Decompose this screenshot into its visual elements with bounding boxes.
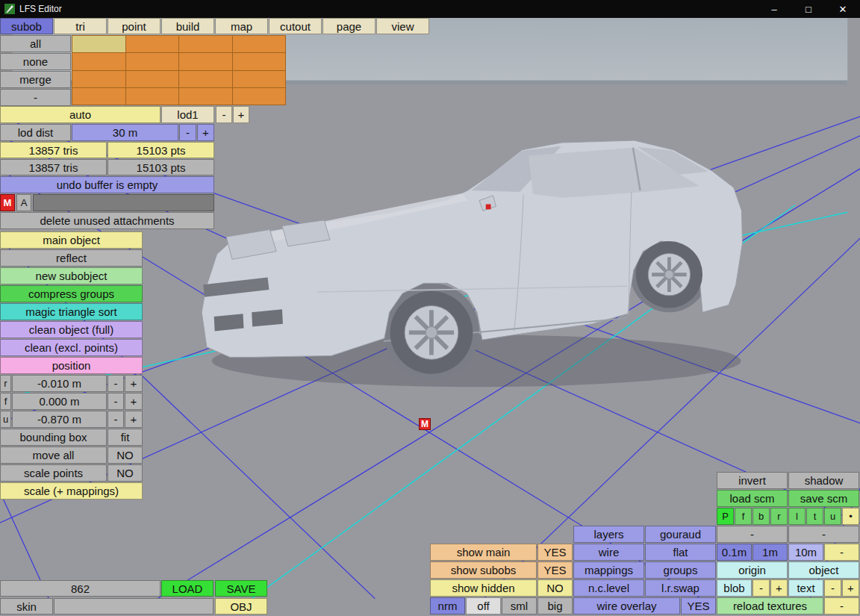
load-scm-button[interactable]: load scm: [717, 490, 788, 507]
lod-plus-button[interactable]: +: [233, 106, 249, 123]
bounding-box-button[interactable]: bounding box: [0, 429, 107, 446]
view-toggle-b[interactable]: b: [752, 508, 770, 525]
scale-points-button[interactable]: scale points: [0, 464, 107, 482]
move-all-toggle[interactable]: NO: [108, 447, 143, 464]
position-f-plus-button[interactable]: +: [125, 393, 143, 410]
skin-name-field[interactable]: [54, 598, 214, 615]
origin-button[interactable]: origin: [717, 561, 788, 579]
view-toggle-f[interactable]: f: [735, 508, 752, 525]
group-grid-cell[interactable]: [126, 88, 179, 105]
position-r-plus-button[interactable]: +: [125, 375, 143, 392]
group-grid-cell[interactable]: [72, 36, 125, 52]
blob-button[interactable]: blob: [717, 579, 752, 597]
fit-button[interactable]: fit: [108, 429, 143, 446]
group-grid-cell[interactable]: [126, 36, 179, 52]
tab-view[interactable]: view: [376, 18, 429, 34]
show-hidden-toggle[interactable]: NO: [538, 579, 573, 597]
select-merge-button[interactable]: merge: [0, 71, 71, 88]
new-subobject-button[interactable]: new subobject: [0, 267, 143, 284]
save-scm-button[interactable]: save scm: [788, 490, 859, 507]
grid-1m-button[interactable]: 1m: [752, 544, 788, 561]
show-subobs-toggle[interactable]: YES: [538, 561, 573, 579]
nrm-sml-button[interactable]: sml: [502, 597, 537, 615]
group-grid-cell[interactable]: [179, 71, 232, 87]
nrm-off-button[interactable]: off: [466, 597, 501, 615]
tab-map[interactable]: map: [215, 18, 268, 34]
show-subobs-button[interactable]: show subobs: [430, 561, 537, 579]
position-u-minus-button[interactable]: -: [108, 411, 124, 428]
wire-overlay-toggle[interactable]: YES: [681, 597, 716, 615]
obj-button[interactable]: OBJ: [215, 598, 267, 615]
lod-dist-plus-button[interactable]: +: [197, 124, 214, 141]
group-grid-cell[interactable]: [179, 53, 232, 69]
lod-minus-button[interactable]: -: [216, 106, 232, 123]
object-button[interactable]: object: [788, 561, 859, 579]
save-button[interactable]: SAVE: [215, 580, 267, 597]
select-dash-button[interactable]: -: [0, 89, 71, 106]
tab-subob[interactable]: subob: [0, 18, 53, 34]
group-grid-cell[interactable]: [233, 71, 286, 87]
group-grid-cell[interactable]: [72, 53, 125, 69]
view-toggle-dot[interactable]: •: [842, 508, 859, 525]
lod-select-button[interactable]: lod1: [161, 106, 214, 123]
group-grid-cell[interactable]: [72, 88, 125, 105]
tab-point[interactable]: point: [108, 18, 161, 34]
attachment-a-toggle[interactable]: A: [16, 194, 31, 211]
main-object-button[interactable]: main object: [0, 231, 143, 249]
lod-dist-value[interactable]: 30 m: [72, 124, 178, 141]
invert-button[interactable]: invert: [717, 472, 788, 489]
attachment-marker[interactable]: M: [419, 418, 431, 430]
auto-button[interactable]: auto: [0, 106, 161, 123]
skin-button[interactable]: skin: [0, 598, 53, 615]
load-button[interactable]: LOAD: [161, 580, 214, 597]
window-close-button[interactable]: ✕: [826, 0, 860, 18]
lod-dist-minus-button[interactable]: -: [179, 124, 196, 141]
magic-triangle-sort-button[interactable]: magic triangle sort: [0, 303, 143, 320]
group-grid-cell[interactable]: [233, 36, 286, 52]
blob-minus-button[interactable]: -: [752, 579, 770, 597]
flat-button[interactable]: flat: [645, 544, 716, 561]
group-grid-cell[interactable]: [126, 71, 179, 87]
attachment-m-toggle[interactable]: M: [0, 194, 15, 211]
tab-tri[interactable]: tri: [54, 18, 107, 34]
clean-object-full-button[interactable]: clean object (full): [0, 321, 143, 338]
group-grid-cell[interactable]: [179, 88, 232, 105]
select-none-button[interactable]: none: [0, 53, 71, 70]
wire-button[interactable]: wire: [573, 544, 644, 561]
tab-cutout[interactable]: cutout: [269, 18, 322, 34]
group-grid-cell[interactable]: [72, 71, 125, 87]
shadow-button[interactable]: shadow: [788, 472, 859, 489]
panel-dash-right-button[interactable]: -: [788, 526, 859, 543]
nrm-big-button[interactable]: big: [538, 597, 573, 615]
view-toggle-l[interactable]: l: [788, 508, 806, 525]
select-all-button[interactable]: all: [0, 35, 71, 52]
position-f-minus-button[interactable]: -: [108, 393, 124, 410]
compress-groups-button[interactable]: compress groups: [0, 285, 143, 302]
blob-plus-button[interactable]: +: [770, 579, 788, 597]
text-minus-button[interactable]: -: [824, 579, 841, 597]
position-u-plus-button[interactable]: +: [125, 411, 143, 428]
text-button[interactable]: text: [788, 579, 823, 597]
undo-status[interactable]: undo buffer is empty: [0, 176, 214, 193]
show-main-toggle[interactable]: YES: [538, 544, 573, 561]
view-toggle-p[interactable]: P: [717, 508, 734, 525]
scale-points-toggle[interactable]: NO: [108, 464, 143, 482]
layers-button[interactable]: layers: [573, 526, 644, 543]
position-f-value[interactable]: 0.000 m: [12, 393, 107, 410]
grid-dash-button[interactable]: -: [824, 544, 859, 561]
grid-10m-button[interactable]: 10m: [788, 544, 823, 561]
grid-01m-button[interactable]: 0.1m: [717, 544, 752, 561]
move-all-button[interactable]: move all: [0, 447, 107, 464]
object-counter-field[interactable]: 862: [0, 580, 161, 597]
view-toggle-t[interactable]: t: [806, 508, 823, 525]
show-hidden-button[interactable]: show hidden: [430, 579, 537, 597]
reflect-button[interactable]: reflect: [0, 249, 143, 267]
text-plus-button[interactable]: +: [842, 579, 859, 597]
lr-swap-button[interactable]: l.r.swap: [645, 579, 716, 597]
gouraud-button[interactable]: gouraud: [645, 526, 716, 543]
reload-dash-button[interactable]: -: [824, 597, 859, 615]
tab-page[interactable]: page: [322, 18, 376, 34]
clean-excl-points-button[interactable]: clean (excl. points): [0, 339, 143, 356]
scale-mappings-button[interactable]: scale (+ mappings): [0, 482, 143, 500]
show-main-button[interactable]: show main: [430, 544, 537, 561]
